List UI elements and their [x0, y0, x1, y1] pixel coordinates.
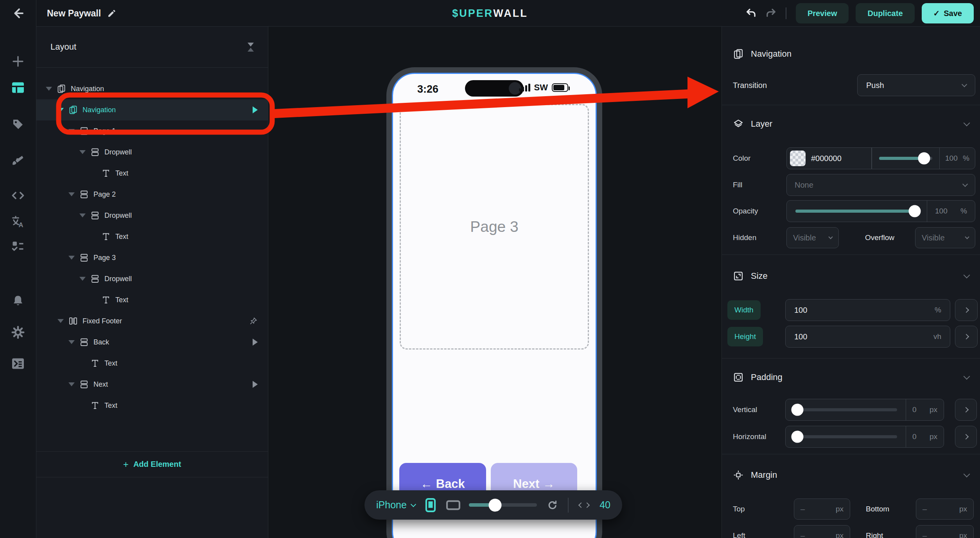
expand-arrow-icon[interactable] — [68, 129, 75, 133]
color-hex[interactable]: #000000 — [811, 154, 842, 163]
tree-item-text-3[interactable]: Text — [36, 289, 268, 310]
tree-item-text-1[interactable]: Text — [36, 163, 268, 184]
landscape-icon[interactable] — [446, 498, 460, 512]
tree-item-back[interactable]: Back — [36, 332, 268, 353]
translate-icon[interactable]: A — [11, 215, 25, 229]
color-alpha-slider[interactable] — [872, 148, 939, 169]
padding-horizontal-value[interactable]: 0 — [912, 432, 917, 441]
slider-knob[interactable] — [488, 499, 501, 511]
margin-top-input[interactable]: – px — [794, 499, 850, 520]
width-input[interactable]: 100 % — [785, 299, 950, 321]
expand-arrow-icon[interactable] — [79, 150, 86, 154]
color-swatch[interactable] — [790, 151, 806, 166]
stack-icon — [79, 253, 89, 262]
expand-arrow-icon[interactable] — [46, 87, 52, 91]
chevron-down-icon[interactable] — [964, 272, 970, 278]
padding-vertical-slider[interactable] — [786, 399, 906, 420]
expand-arrow-icon[interactable] — [57, 319, 64, 323]
fill-select[interactable]: None — [786, 174, 975, 196]
height-expand-button[interactable] — [955, 326, 978, 348]
phone-screen[interactable]: 3:26 SW Page 3 ← Back Next → — [392, 73, 597, 538]
tree-item-text-2[interactable]: Text — [36, 226, 268, 247]
margin-left-input[interactable]: – px — [794, 525, 850, 538]
expand-arrow-icon[interactable] — [68, 192, 75, 196]
edit-pencil-icon[interactable] — [107, 9, 117, 18]
zoom-slider[interactable] — [469, 503, 537, 507]
tag-icon[interactable] — [11, 117, 25, 131]
width-mode-pill[interactable]: Width — [727, 300, 761, 320]
padding-vertical-expand-button[interactable] — [955, 399, 977, 421]
tree-item-page-3[interactable]: Page 3 — [36, 247, 268, 268]
page-drop-area[interactable]: Page 3 — [400, 104, 589, 350]
height-mode-pill[interactable]: Height — [727, 327, 763, 346]
chevron-down-icon[interactable] — [964, 373, 970, 380]
add-icon[interactable] — [11, 54, 25, 68]
tree-item-navigation-root[interactable]: Navigation — [36, 78, 268, 99]
tree-item-fixed-footer[interactable]: Fixed Footer — [36, 310, 268, 332]
tree-item-dropwell-3[interactable]: Dropwell — [36, 268, 268, 289]
tree-item-page-1[interactable]: Page 1 — [36, 120, 268, 142]
zoom-value[interactable]: 40 — [599, 499, 610, 511]
opacity-value[interactable]: 100 — [935, 207, 948, 215]
code-icon[interactable] — [11, 188, 25, 203]
padding-horizontal-expand-button[interactable] — [955, 426, 977, 448]
margin-bottom-input[interactable]: – px — [916, 499, 974, 520]
tree-item-navigation-selected[interactable]: Navigation — [36, 99, 268, 120]
expand-arrow-icon[interactable] — [79, 277, 86, 281]
tree-item-dropwell-2[interactable]: Dropwell — [36, 205, 268, 226]
save-button[interactable]: ✓ Save — [922, 3, 974, 23]
padding-vertical-value[interactable]: 0 — [912, 405, 917, 414]
transition-label: Transition — [733, 81, 767, 90]
device-selector[interactable]: iPhone — [376, 499, 415, 511]
layout-icon[interactable] — [11, 81, 25, 95]
terminal-icon[interactable] — [11, 357, 25, 371]
expand-arrow-icon[interactable] — [68, 256, 75, 260]
expand-arrow-icon[interactable] — [68, 340, 75, 344]
tree-item-dropwell-1[interactable]: Dropwell — [36, 142, 268, 163]
padding-vertical-control[interactable]: 0 px — [785, 399, 944, 421]
checklist-icon[interactable] — [11, 239, 25, 253]
slider-knob[interactable] — [792, 431, 804, 443]
expand-arrow-icon[interactable] — [79, 213, 86, 217]
tree-item-text-back[interactable]: Text — [36, 353, 268, 374]
preview-button[interactable]: Preview — [796, 3, 849, 23]
overflow-select[interactable]: Visible — [915, 227, 975, 248]
tree-item-page-2[interactable]: Page 2 — [36, 184, 268, 205]
bell-icon[interactable] — [11, 294, 25, 308]
portrait-icon[interactable] — [424, 498, 438, 512]
margin-right-input[interactable]: – px — [916, 525, 974, 538]
opacity-control[interactable]: 100 % — [786, 200, 975, 222]
slider-knob[interactable] — [792, 404, 804, 416]
opacity-slider[interactable] — [787, 201, 927, 222]
slider-knob[interactable] — [909, 205, 921, 217]
enter-arrow-icon[interactable] — [253, 106, 258, 113]
duplicate-button[interactable]: Duplicate — [856, 3, 914, 23]
add-element-button[interactable]: + Add Element — [36, 451, 268, 477]
height-input[interactable]: 100 vh — [785, 326, 950, 348]
collapse-all-icon[interactable] — [248, 43, 254, 52]
padding-horizontal-slider[interactable] — [786, 426, 906, 447]
slider-knob[interactable] — [918, 152, 930, 165]
expand-arrow-icon[interactable] — [57, 108, 64, 112]
transition-select[interactable]: Push — [857, 74, 975, 96]
back-arrow-icon[interactable] — [11, 6, 25, 20]
chevron-down-icon[interactable] — [964, 471, 970, 477]
paint-brush-icon[interactable] — [11, 153, 25, 167]
enter-arrow-icon[interactable] — [253, 339, 258, 346]
tree-item-text-next[interactable]: Text — [36, 395, 268, 416]
tree-item-next[interactable]: Next — [36, 374, 268, 395]
hidden-select[interactable]: Visible — [786, 227, 839, 248]
refresh-icon[interactable] — [546, 498, 559, 512]
padding-horizontal-control[interactable]: 0 px — [785, 426, 944, 448]
chevron-down-icon[interactable] — [964, 120, 970, 126]
color-control[interactable]: #000000 100 % — [786, 147, 975, 169]
undo-icon[interactable] — [746, 7, 757, 19]
enter-arrow-icon[interactable] — [253, 381, 258, 388]
code-zoom-icon[interactable] — [577, 498, 591, 512]
gear-icon[interactable] — [11, 325, 25, 339]
width-expand-button[interactable] — [955, 299, 978, 321]
pin-icon[interactable] — [249, 317, 258, 325]
expand-arrow-icon[interactable] — [68, 382, 75, 386]
redo-icon[interactable] — [765, 7, 776, 19]
color-alpha-value[interactable]: 100 — [945, 154, 958, 163]
